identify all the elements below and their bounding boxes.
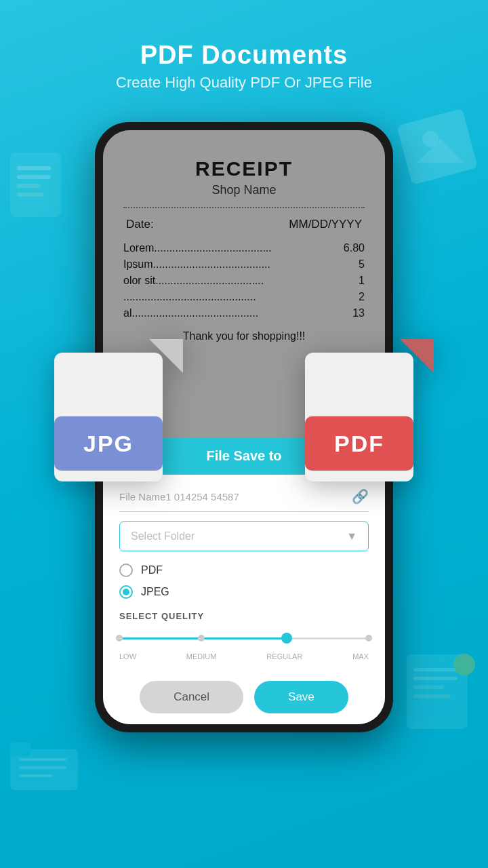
svg-rect-16 xyxy=(19,758,66,761)
jpeg-radio-label: JPEG xyxy=(141,586,169,598)
list-item: olor sit................................… xyxy=(123,275,365,287)
pdf-label: PDF xyxy=(305,416,413,471)
select-folder-label: Select Folder xyxy=(131,530,195,542)
dropdown-arrow-icon: ▼ xyxy=(346,530,357,542)
receipt-date-value: MM/DD/YYYY xyxy=(289,218,362,231)
slider-thumb[interactable] xyxy=(281,633,292,644)
svg-rect-15 xyxy=(10,743,30,756)
pdf-radio-circle[interactable] xyxy=(119,564,133,577)
svg-rect-3 xyxy=(17,184,41,188)
svg-point-13 xyxy=(453,654,475,675)
slider-label-regular: REGULAR xyxy=(266,652,302,660)
jpeg-radio-circle[interactable] xyxy=(119,585,133,599)
phone-mockup: JPG PDF RECEIPT Shop Name Date: MM/DD/YY… xyxy=(95,122,393,732)
slider-label-low: LOW xyxy=(119,652,136,660)
quality-label: SELECT QUELITY xyxy=(119,611,369,621)
format-radio-group: PDF JPEG xyxy=(119,564,369,599)
save-button[interactable]: Save xyxy=(254,681,348,713)
receipt-date-label: Date: xyxy=(126,218,154,231)
receipt-thank-you: Thank you for shopping!!! xyxy=(183,330,306,342)
quality-slider-wrapper[interactable] xyxy=(119,628,369,648)
receipt-date-row: Date: MM/DD/YYYY xyxy=(123,218,365,231)
svg-rect-17 xyxy=(19,766,66,769)
slider-dot-low xyxy=(116,635,123,642)
jpeg-radio-item[interactable]: JPEG xyxy=(119,585,369,599)
svg-marker-21 xyxy=(400,339,434,373)
link-icon: 🔗 xyxy=(352,488,369,505)
filename-row: File Name1 014254 54587 🔗 xyxy=(119,488,369,512)
app-title: PDF Documents xyxy=(0,41,488,70)
pdf-radio-item[interactable]: PDF xyxy=(119,564,369,577)
dialog-body: File Name1 014254 54587 🔗 Select Folder … xyxy=(103,475,385,681)
svg-rect-11 xyxy=(413,686,444,689)
svg-rect-2 xyxy=(17,175,51,179)
select-folder-dropdown[interactable]: Select Folder ▼ xyxy=(119,521,369,551)
quality-section: SELECT QUELITY xyxy=(119,611,369,660)
slider-label-max: MAX xyxy=(352,652,369,660)
list-item: al......................................… xyxy=(123,307,365,319)
svg-rect-18 xyxy=(19,774,53,777)
pdf-file-icon: PDF xyxy=(305,339,434,481)
svg-rect-1 xyxy=(17,166,51,170)
receipt-divider-1 xyxy=(123,207,365,208)
slider-labels: LOW MEDIUM REGULAR MAX xyxy=(119,652,369,660)
list-item: ........................................… xyxy=(123,291,365,303)
cancel-button[interactable]: Cancel xyxy=(140,681,243,713)
pdf-radio-label: PDF xyxy=(141,564,163,576)
svg-rect-12 xyxy=(413,694,451,698)
jpg-file-icon: JPG xyxy=(54,339,183,481)
slider-label-medium: MEDIUM xyxy=(186,652,217,660)
receipt-title: RECEIPT xyxy=(195,157,293,180)
svg-rect-10 xyxy=(413,677,458,680)
receipt-shop-name: Shop Name xyxy=(211,183,276,197)
svg-marker-20 xyxy=(149,339,183,373)
app-header: PDF Documents Create High Quality PDF Or… xyxy=(0,0,488,92)
filename-text: File Name1 014254 54587 xyxy=(119,491,239,502)
app-subtitle: Create High Quality PDF Or JPEG File xyxy=(0,74,488,92)
svg-rect-9 xyxy=(413,668,458,671)
list-item: Lorem...................................… xyxy=(123,242,365,254)
receipt-items: Lorem...................................… xyxy=(123,242,365,323)
svg-rect-4 xyxy=(17,193,44,197)
slider-track xyxy=(119,637,369,639)
jpg-label: JPG xyxy=(54,416,163,471)
dialog-title: File Save to xyxy=(206,448,281,463)
slider-dot-medium xyxy=(198,635,205,642)
list-item: Ipsum...................................… xyxy=(123,258,365,271)
dialog-buttons: Cancel Save xyxy=(103,681,385,724)
jpeg-radio-inner xyxy=(123,589,129,595)
slider-dot-max xyxy=(365,635,372,642)
